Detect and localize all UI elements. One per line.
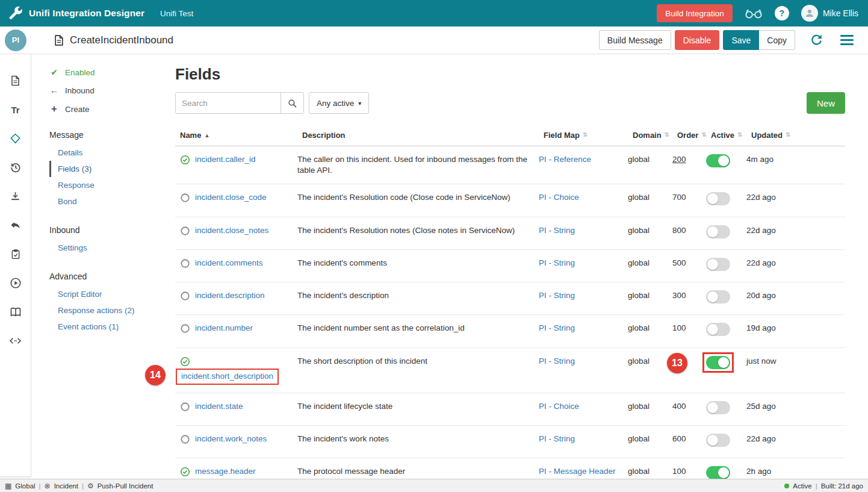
active-toggle[interactable]: [706, 466, 730, 479]
field-name-link[interactable]: incident.short_description: [176, 369, 279, 385]
task-check-icon[interactable]: [9, 248, 22, 260]
field-map-link[interactable]: PI - String: [539, 434, 575, 443]
field-name-cell: incident.description: [175, 282, 297, 314]
field-name-link[interactable]: message.header: [195, 466, 256, 477]
diamond-icon[interactable]: [9, 132, 22, 145]
active-toggle[interactable]: [706, 225, 730, 238]
status-process[interactable]: Push-Pull Incident: [98, 482, 153, 490]
field-status-icon: [180, 323, 190, 334]
search-input[interactable]: [176, 93, 281, 113]
field-name-link[interactable]: incident.close_notes: [195, 225, 268, 236]
column-header-updated[interactable]: Updated⇅: [746, 126, 845, 146]
field-map-link[interactable]: PI - String: [539, 226, 575, 235]
book-icon[interactable]: [9, 306, 22, 318]
field-map-link[interactable]: PI - String: [539, 291, 575, 300]
field-name-link[interactable]: incident.comments: [195, 258, 263, 269]
field-map-link[interactable]: PI - Message Header: [539, 467, 616, 476]
column-header-name[interactable]: Name▲: [175, 126, 297, 146]
field-map-link[interactable]: PI - Choice: [539, 193, 579, 202]
active-toggle[interactable]: [706, 258, 730, 271]
active-toggle[interactable]: [706, 401, 730, 414]
field-order-value[interactable]: 100: [672, 467, 686, 476]
sidebar-item-fields[interactable]: Fields (3): [49, 161, 175, 177]
sidebar-item-enabled[interactable]: ✔ Enabled: [49, 67, 175, 77]
sidebar-item-script-editor[interactable]: Script Editor: [49, 286, 175, 302]
column-header-active[interactable]: Active⇅: [706, 126, 746, 146]
text-format-icon[interactable]: Tr: [9, 104, 22, 116]
field-order-value[interactable]: 500: [672, 258, 686, 267]
file-icon[interactable]: [9, 75, 22, 87]
download-icon[interactable]: [9, 190, 22, 202]
field-map-link[interactable]: PI - String: [539, 357, 575, 366]
code-icon[interactable]: [9, 335, 22, 347]
sidebar-item-label: Enabled: [65, 68, 95, 77]
build-integration-button[interactable]: Build Integration: [657, 4, 733, 22]
field-updated: 22d ago: [746, 250, 845, 282]
active-toggle[interactable]: [706, 290, 730, 304]
field-name-cell: incident.work_notes: [175, 426, 297, 458]
toggle-knob: [707, 291, 718, 302]
active-toggle[interactable]: [706, 434, 730, 447]
field-name-link[interactable]: incident.caller_id: [195, 154, 256, 165]
field-order-value[interactable]: 300: [672, 291, 686, 300]
undo-icon[interactable]: [9, 219, 22, 231]
field-order-value[interactable]: 200: [672, 155, 686, 164]
sidebar-item-bond[interactable]: Bond: [49, 193, 175, 210]
grid-icon: ▦: [5, 482, 11, 490]
field-map-link[interactable]: PI - String: [539, 323, 575, 332]
app-logo[interactable]: Unifi Integration Designer: [7, 5, 144, 21]
field-name-link[interactable]: incident.number: [195, 323, 253, 334]
build-message-button[interactable]: Build Message: [599, 30, 671, 50]
sidebar-item-event-actions[interactable]: Event actions (1): [49, 319, 175, 335]
sidebar-item-response-actions[interactable]: Response actions (2): [49, 302, 175, 319]
field-name-link[interactable]: incident.close_code: [195, 192, 267, 203]
field-domain: global: [628, 184, 672, 216]
hamburger-menu-icon[interactable]: [840, 35, 854, 45]
user-menu[interactable]: Mike Ellis: [801, 5, 858, 22]
field-name-link[interactable]: incident.state: [195, 401, 243, 412]
refresh-icon[interactable]: [810, 33, 823, 47]
column-header-order[interactable]: Order⇅: [672, 126, 706, 146]
active-toggle[interactable]: [706, 192, 730, 205]
copy-button[interactable]: Copy: [759, 30, 795, 50]
active-toggle[interactable]: [706, 323, 730, 336]
column-header-domain[interactable]: Domain⇅: [628, 126, 672, 146]
field-order-value[interactable]: 700: [672, 193, 686, 202]
field-name-link[interactable]: incident.description: [195, 290, 265, 301]
sidebar-item-inbound[interactable]: ← Inbound: [49, 86, 175, 95]
field-order-value[interactable]: 100: [672, 323, 686, 332]
history-icon[interactable]: [9, 161, 22, 173]
field-order-value[interactable]: 400: [672, 402, 686, 411]
active-filter-dropdown[interactable]: Any active ▾: [309, 92, 369, 114]
integration-avatar[interactable]: PI: [5, 30, 26, 51]
play-circle-icon[interactable]: [9, 277, 22, 289]
column-header-description[interactable]: Description: [297, 126, 539, 146]
status-table[interactable]: Incident: [54, 482, 78, 490]
field-order-value[interactable]: 800: [672, 226, 686, 235]
sidebar-item-settings[interactable]: Settings: [49, 240, 175, 256]
search-button[interactable]: [281, 93, 303, 113]
glasses-icon[interactable]: [745, 8, 763, 19]
new-button[interactable]: New: [807, 92, 845, 114]
chevron-down-icon: ▾: [358, 100, 361, 107]
field-map-link[interactable]: PI - Reference: [539, 155, 591, 164]
field-order-value[interactable]: 600: [672, 434, 686, 443]
record-header: PI CreateIncidentInbound Build Message D…: [0, 26, 868, 54]
field-name-cell: incident.state: [175, 393, 297, 425]
toggle-knob: [707, 259, 718, 270]
column-header-field-map[interactable]: Field Map⇅: [539, 126, 628, 146]
field-domain: global: [628, 426, 672, 458]
status-scope[interactable]: Global: [15, 482, 35, 490]
field-map-link[interactable]: PI - String: [539, 258, 575, 267]
sidebar-item-response[interactable]: Response: [49, 177, 175, 193]
sidebar-item-label: Inbound: [65, 86, 95, 95]
sidebar-item-create[interactable]: + Create: [49, 104, 175, 114]
help-icon[interactable]: ?: [775, 6, 789, 20]
field-map-link[interactable]: PI - Choice: [539, 402, 579, 411]
active-toggle[interactable]: [706, 154, 730, 167]
disable-button[interactable]: Disable: [675, 30, 720, 50]
active-toggle[interactable]: [706, 356, 730, 369]
save-button[interactable]: Save: [723, 30, 759, 50]
field-name-link[interactable]: incident.work_notes: [195, 434, 267, 444]
sidebar-item-details[interactable]: Details: [49, 145, 175, 161]
